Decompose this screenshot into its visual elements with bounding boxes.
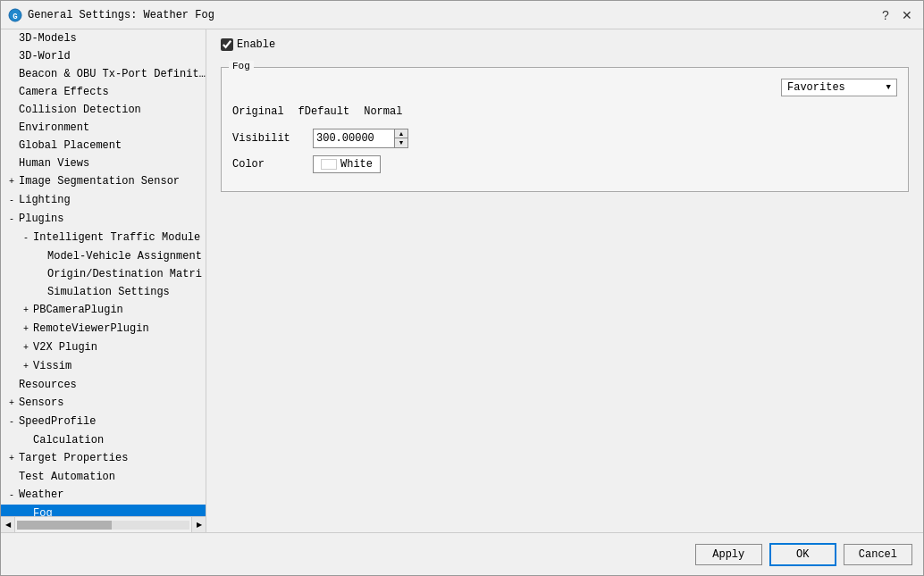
sidebar-label-resources: Resources [15, 379, 77, 391]
sidebar-item-pb-camera[interactable]: +PBCameraPlugin [1, 301, 206, 320]
expander-lighting: - [4, 193, 15, 209]
sidebar-label-3d-world: 3D-World [15, 50, 71, 63]
color-picker-button[interactable]: White [313, 155, 381, 173]
expander-pb-camera: + [19, 303, 29, 319]
sidebar-item-simulation-settings[interactable]: Simulation Settings [1, 283, 206, 301]
sidebar-item-fog[interactable]: Fog [1, 505, 206, 516]
sidebar-item-remote-viewer[interactable]: +RemoteViewerPlugin [1, 320, 206, 338]
title-text: General Settings: Weather Fog [28, 9, 214, 21]
expander-target-properties: + [4, 451, 15, 467]
visibility-label: Visibilit [232, 132, 313, 145]
visibility-decrement-button[interactable]: ▼ [395, 138, 407, 147]
main-content: 3D-Models 3D-World Beacon & OBU Tx-Port … [1, 29, 923, 532]
sidebar-item-human-views[interactable]: Human Views [1, 154, 206, 172]
sidebar-label-lighting: Lighting [15, 194, 71, 206]
sidebar-item-origin-destination[interactable]: Origin/Destination Matri [1, 265, 206, 283]
sidebar-horizontal-scrollbar[interactable]: ◀ ▶ [1, 516, 206, 532]
sidebar-label-human-views: Human Views [15, 157, 89, 170]
color-swatch [321, 159, 337, 170]
title-bar-right: ? ✕ [877, 6, 916, 24]
app-icon: G [8, 8, 22, 22]
sidebar-label-weather: Weather [15, 488, 63, 501]
sidebar-label-sensors: Sensors [15, 397, 63, 409]
hscroll-left-button[interactable]: ◀ [1, 517, 15, 533]
title-bar: G General Settings: Weather Fog ? ✕ [1, 1, 923, 29]
expander-weather: - [4, 488, 15, 504]
expander-plugins: - [4, 212, 15, 228]
sidebar-label-model-vehicle: Model-Vehicle Assignment [44, 250, 202, 263]
apply-button[interactable]: Apply [695, 544, 762, 565]
visibility-spinner: ▲ ▼ [394, 129, 407, 147]
visibility-input[interactable] [314, 131, 394, 146]
sidebar-label-environment: Environment [15, 121, 89, 134]
sidebar-scroll-area[interactable]: 3D-Models 3D-World Beacon & OBU Tx-Port … [1, 29, 206, 516]
sidebar-label-camera-effects: Camera Effects [15, 86, 109, 98]
sidebar-label-speed-profile: SpeedProfile [15, 415, 96, 428]
preset-normal: Normal [364, 105, 402, 118]
footer: Apply OK Cancel [1, 532, 923, 575]
sidebar-item-target-properties[interactable]: +Target Properties [1, 449, 206, 468]
sidebar: 3D-Models 3D-World Beacon & OBU Tx-Port … [1, 29, 206, 532]
ok-button[interactable]: OK [769, 543, 836, 566]
presets-row: Original fDefault Normal [232, 105, 897, 118]
sidebar-item-lighting[interactable]: -Lighting [1, 191, 206, 210]
sidebar-label-beacon-obu: Beacon & OBU Tx-Port Definitio [15, 68, 206, 80]
sidebar-label-global-placement: Global Placement [15, 139, 122, 152]
expander-image-segmentation: + [4, 174, 15, 190]
sidebar-label-target-properties: Target Properties [15, 452, 128, 464]
sidebar-item-3d-models[interactable]: 3D-Models [1, 29, 206, 47]
sidebar-label-pb-camera: PBCameraPlugin [29, 304, 123, 316]
sidebar-item-beacon-obu[interactable]: Beacon & OBU Tx-Port Definitio [1, 65, 206, 83]
favorites-row: Favorites ▼ [232, 79, 897, 96]
sidebar-label-test-automation: Test Automation [15, 471, 115, 483]
expander-remote-viewer: + [19, 321, 29, 338]
sidebar-label-3d-models: 3D-Models [15, 32, 77, 45]
sidebar-item-weather[interactable]: -Weather [1, 486, 206, 505]
sidebar-item-collision-detection[interactable]: Collision Detection [1, 101, 206, 119]
help-button[interactable]: ? [877, 6, 895, 24]
sidebar-item-model-vehicle[interactable]: Model-Vehicle Assignment [1, 247, 206, 265]
close-button[interactable]: ✕ [898, 6, 916, 24]
sidebar-label-fog: Fog [29, 507, 53, 516]
sidebar-item-test-automation[interactable]: Test Automation [1, 468, 206, 486]
sidebar-item-global-placement[interactable]: Global Placement [1, 137, 206, 154]
visibility-input-wrap: ▲ ▼ [313, 129, 408, 148]
cancel-button[interactable]: Cancel [844, 544, 912, 565]
favorites-dropdown[interactable]: Favorites ▼ [781, 79, 897, 96]
sidebar-item-plugins[interactable]: -Plugins [1, 210, 206, 229]
sidebar-item-image-segmentation[interactable]: +Image Segmentation Sensor [1, 172, 206, 191]
expander-intelligent-traffic: - [19, 230, 29, 246]
sidebar-label-image-segmentation: Image Segmentation Sensor [15, 175, 180, 188]
preset-original: Original [232, 105, 284, 118]
sidebar-item-vissim[interactable]: +Vissim [1, 357, 206, 376]
sidebar-item-camera-effects[interactable]: Camera Effects [1, 83, 206, 101]
color-value-label: White [340, 158, 373, 171]
sidebar-item-calculation[interactable]: Calculation [1, 431, 206, 449]
hscroll-thumb[interactable] [17, 521, 112, 530]
sidebar-label-plugins: Plugins [15, 213, 63, 225]
title-bar-left: G General Settings: Weather Fog [8, 8, 214, 22]
sidebar-item-intelligent-traffic[interactable]: -Intelligent Traffic Module [1, 229, 206, 247]
sidebar-item-environment[interactable]: Environment [1, 119, 206, 137]
sidebar-item-v2x-plugin[interactable]: +V2X Plugin [1, 338, 206, 357]
sidebar-item-sensors[interactable]: +Sensors [1, 394, 206, 413]
color-row: Color White [232, 155, 897, 173]
sidebar-item-resources[interactable]: Resources [1, 376, 206, 394]
sidebar-item-speed-profile[interactable]: -SpeedProfile [1, 413, 206, 431]
sidebar-item-3d-world[interactable]: 3D-World [1, 47, 206, 65]
sidebar-label-calculation: Calculation [29, 434, 104, 447]
hscroll-right-button[interactable]: ▶ [191, 517, 206, 533]
expander-v2x-plugin: + [19, 340, 29, 356]
main-window: G General Settings: Weather Fog ? ✕ 3D-M… [0, 0, 924, 576]
enable-row: Enable [221, 38, 909, 51]
sidebar-label-v2x-plugin: V2X Plugin [29, 341, 97, 354]
expander-speed-profile: - [4, 414, 15, 430]
fog-group-label: Fog [229, 61, 254, 71]
svg-text:G: G [13, 13, 17, 21]
enable-checkbox[interactable] [221, 38, 233, 51]
favorites-arrow-icon: ▼ [886, 83, 891, 92]
color-label: Color [232, 158, 313, 171]
settings-panel: Enable Fog Favorites ▼ Original fDefault… [206, 29, 923, 532]
expander-vissim: + [19, 359, 29, 375]
visibility-increment-button[interactable]: ▲ [395, 129, 407, 138]
